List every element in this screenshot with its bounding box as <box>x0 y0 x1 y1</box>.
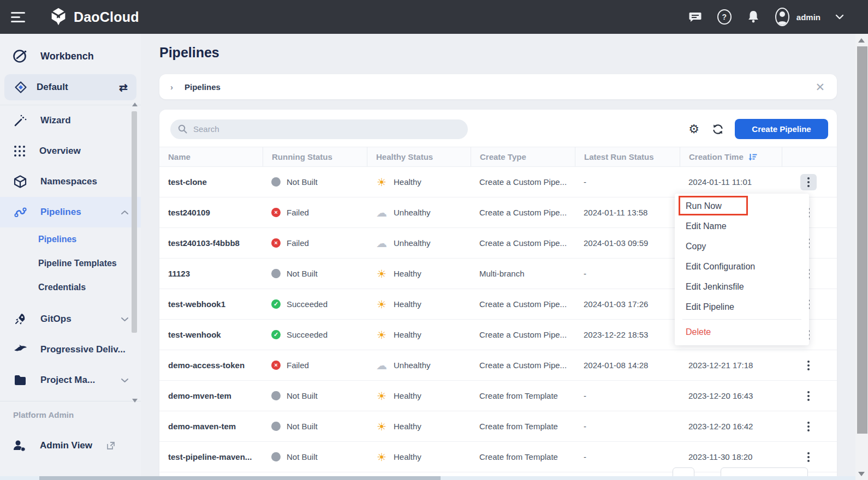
create-pipeline-button[interactable]: Create Pipeline <box>735 119 828 139</box>
row-actions-button[interactable] <box>800 174 817 190</box>
healthy-status-icon: ☁ <box>376 238 388 249</box>
table-row[interactable]: demo-mven-tem Not Built ☀ Healthy Create… <box>159 381 837 411</box>
close-icon[interactable]: ✕ <box>815 81 825 93</box>
notifications-bell-icon[interactable] <box>746 10 760 24</box>
admin-user-icon <box>12 439 27 453</box>
platform-admin-section-label: Platform Admin <box>13 410 141 419</box>
window-vertical-scrollbar[interactable] <box>855 34 868 480</box>
latest-run-status-cell: 2024-01-08 14:28 <box>575 361 680 370</box>
pipeline-name[interactable]: test240103-f4bbb8 <box>159 238 263 248</box>
kebab-icon <box>807 361 810 370</box>
pipeline-name[interactable]: test-pipeline-maven... <box>159 452 263 461</box>
creation-time-cell: 2024-01-11 11:01 <box>680 177 782 187</box>
column-header-creation-time[interactable]: Creation Time <box>680 147 782 166</box>
workspace-selector[interactable]: Default ⇄ <box>4 74 136 100</box>
healthy-status-icon: ☀ <box>376 268 388 279</box>
sort-descending-icon[interactable] <box>748 153 757 161</box>
search-input[interactable] <box>192 124 460 134</box>
settings-gear-icon[interactable]: ⚙ <box>687 122 701 136</box>
context-menu-item[interactable]: Edit Pipeline <box>675 297 809 317</box>
context-menu-item[interactable]: Edit Name <box>675 216 809 236</box>
context-menu-item[interactable]: Edit Configuration <box>675 256 809 277</box>
row-actions-button[interactable] <box>800 388 817 404</box>
pipeline-name[interactable]: 11123 <box>159 269 263 278</box>
sidebar-item-workbench[interactable]: Workbench <box>0 44 141 69</box>
user-menu-chevron-icon[interactable] <box>835 14 844 20</box>
table-row[interactable]: test-clone Not Built ☀ Healthy Create a … <box>159 167 837 197</box>
context-menu-item[interactable]: Copy <box>675 236 809 256</box>
divider <box>682 319 801 320</box>
column-header-healthy-status: Healthy Status <box>367 147 471 166</box>
pipeline-name[interactable]: test240109 <box>159 208 263 217</box>
running-status-cell: Not Built <box>263 177 367 187</box>
sidebar-item-pipelines[interactable]: Pipelines <box>0 197 141 227</box>
running-status-icon <box>271 269 281 278</box>
table-row[interactable]: demo-maven-tem Not Built ☀ Healthy Creat… <box>159 411 837 442</box>
scroll-up-arrow-icon[interactable] <box>132 103 138 106</box>
sidebar: Workbench Default ⇄ Wizard Overview Name… <box>0 34 141 480</box>
wizard-label: Wizard <box>40 115 141 126</box>
row-actions-button[interactable] <box>800 357 817 374</box>
help-icon[interactable]: ? <box>717 10 732 24</box>
pipeline-name[interactable]: demo-maven-tem <box>159 422 263 431</box>
switch-workspace-icon[interactable]: ⇄ <box>119 82 128 93</box>
running-status-icon <box>271 452 281 461</box>
sidebar-subitem-pipelines[interactable]: Pipelines <box>0 227 141 251</box>
pipeline-name[interactable]: test-clone <box>159 177 263 187</box>
search-box[interactable] <box>170 119 468 139</box>
running-status-cell: Not Built <box>263 452 367 461</box>
refresh-icon[interactable] <box>711 122 725 136</box>
window-horizontal-scrollbar[interactable] <box>0 476 855 480</box>
user-avatar[interactable] <box>775 10 789 24</box>
healthy-status-cell: ☀ Healthy <box>367 421 471 432</box>
running-status-icon: × <box>271 238 281 248</box>
running-status-icon: ✓ <box>271 299 281 309</box>
sidebar-subitem-pipeline-templates[interactable]: Pipeline Templates <box>0 251 141 275</box>
latest-run-status-cell: 2024-01-03 09:59 <box>575 238 680 248</box>
sidebar-scrollbar-thumb[interactable] <box>132 111 137 333</box>
healthy-status-icon: ☁ <box>376 207 388 218</box>
namespaces-label: Namespaces <box>40 176 141 187</box>
running-status-label: Not Built <box>287 177 318 187</box>
pipeline-name[interactable]: test-wenhook <box>159 330 263 339</box>
scroll-down-arrow-icon[interactable] <box>858 472 865 476</box>
row-actions-button[interactable] <box>800 418 817 435</box>
table-row[interactable]: demo-access-token × Failed ☁ Unhealthy C… <box>159 350 837 381</box>
gitops-label: GitOps <box>40 314 108 325</box>
context-menu-item[interactable]: Run Now <box>675 196 809 216</box>
sidebar-item-progressive-delivery[interactable]: Progressive Deliv... <box>0 334 141 365</box>
pipeline-name[interactable]: demo-access-token <box>159 361 263 370</box>
create-type-cell: Create a Custom Pipe... <box>471 238 575 248</box>
row-actions-button[interactable] <box>800 449 817 465</box>
menu-toggle-icon[interactable] <box>11 11 27 23</box>
running-status-cell: Not Built <box>263 269 367 278</box>
sidebar-item-gitops[interactable]: GitOps <box>0 304 141 334</box>
healthy-status-icon: ☀ <box>376 391 388 401</box>
context-menu-item[interactable]: Edit Jenkinsfile <box>675 277 809 297</box>
overview-grid-icon <box>13 145 26 158</box>
divider <box>0 401 141 401</box>
vertical-scrollbar-thumb[interactable] <box>857 46 867 434</box>
pipeline-name[interactable]: test-webhook1 <box>159 299 263 309</box>
sidebar-item-wizard[interactable]: Wizard <box>0 105 141 136</box>
sidebar-subitem-credentials[interactable]: Credentials <box>0 275 141 299</box>
healthy-status-cell: ☁ Unhealthy <box>367 207 471 218</box>
healthy-status-cell: ☁ Unhealthy <box>367 360 471 371</box>
chat-icon[interactable] <box>688 10 703 24</box>
breadcrumb-item[interactable]: Pipelines <box>185 82 815 92</box>
creation-time-cell: 2023-12-21 17:18 <box>680 361 782 370</box>
pipeline-name[interactable]: demo-mven-tem <box>159 391 263 400</box>
healthy-status-cell: ☁ Unhealthy <box>367 238 471 249</box>
running-status-cell: × Failed <box>263 208 367 217</box>
scroll-down-arrow-icon[interactable] <box>132 399 138 403</box>
context-menu-item-delete[interactable]: Delete <box>675 322 809 342</box>
sidebar-item-admin-view[interactable]: Admin View <box>0 434 141 458</box>
sidebar-item-namespaces[interactable]: Namespaces <box>0 166 141 197</box>
scroll-up-arrow-icon[interactable] <box>858 38 865 43</box>
sidebar-item-overview[interactable]: Overview <box>0 136 141 166</box>
sidebar-scrollbar[interactable] <box>132 103 138 403</box>
sidebar-item-project-management[interactable]: Project Ma... <box>0 365 141 395</box>
running-status-icon <box>271 422 281 431</box>
horizontal-scrollbar-thumb[interactable] <box>39 476 441 480</box>
running-status-label: Succeeded <box>287 330 328 339</box>
